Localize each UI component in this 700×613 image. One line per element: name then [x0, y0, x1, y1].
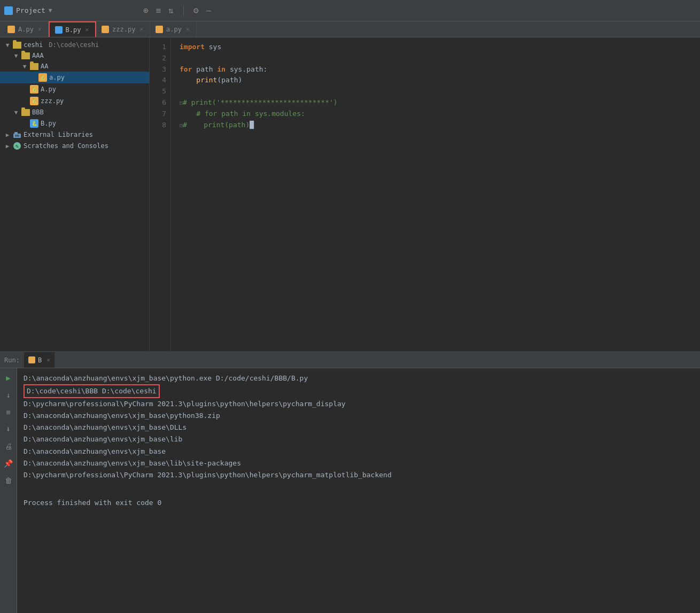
sidebar-item-ceshi[interactable]: ▼ ceshi D:\code\ceshi	[0, 40, 149, 50]
bottom-panel: Run: B ✕ ▶ ↓ ≡ ⬇ 🖨 📌 🗑 D:\anaconda\anzhu…	[0, 351, 700, 613]
ext-libraries-icon	[13, 131, 21, 138]
sidebar-item-AA[interactable]: ▼ AA	[0, 61, 149, 72]
delete-button[interactable]: 🗑	[3, 474, 14, 487]
sidebar-label-BBB: BBB	[32, 108, 44, 116]
code-content[interactable]: import sys for path in sys.path: print(p…	[171, 37, 700, 351]
folder-icon-AAA	[21, 52, 30, 59]
run-button[interactable]: ▶	[4, 371, 12, 384]
run-tab-icon-B	[28, 356, 35, 363]
list-view-button[interactable]: ≡	[4, 406, 12, 418]
run-label: Run:	[4, 356, 20, 364]
project-sidebar: ▼ ceshi D:\code\ceshi ▼ AAA ▼ AA 🐍 a.py …	[0, 37, 150, 351]
tab-zzz.py[interactable]: zzz.py ✕	[96, 21, 150, 37]
sidebar-item-a.py[interactable]: 🐍 a.py	[0, 72, 149, 83]
output-path8: D:\anaconda\anzhuang\envs\xjm_base\lib\s…	[24, 457, 694, 469]
run-tabs-bar: Run: B ✕	[0, 352, 700, 368]
main-content: ▼ ceshi D:\code\ceshi ▼ AAA ▼ AA 🐍 a.py …	[0, 37, 700, 351]
file-icon-A.py: 🐍	[30, 85, 38, 94]
expand-icon: ▼	[4, 42, 11, 49]
sidebar-item-external-libraries[interactable]: ▶ External Libraries	[0, 129, 149, 140]
tab-close-A.py[interactable]: ✕	[37, 25, 43, 34]
run-tab-close[interactable]: ✕	[46, 356, 50, 363]
sidebar-label-A.py: A.py	[41, 86, 56, 93]
file-icon-B.py: 🐍	[30, 119, 38, 128]
tab-close-a.py[interactable]: ✕	[185, 25, 191, 34]
add-icon[interactable]: ⊕	[143, 5, 149, 15]
output-path9: D:\pycharm\professional\PyCharm 2021.3\p…	[24, 469, 694, 481]
sidebar-label-B.py: B.py	[41, 120, 56, 127]
scroll-down-button[interactable]: ↓	[4, 389, 12, 401]
pin-button[interactable]: 📌	[2, 457, 15, 470]
sidebar-path-ceshi: D:\code\ceshi	[45, 41, 99, 49]
tab-icon-a.py	[155, 26, 163, 33]
code-editor[interactable]: 1 2 3 4 5 6 7 8 import sys for path in s…	[150, 37, 700, 351]
sidebar-item-scratches[interactable]: ▶ ✎ Scratches and Consoles	[0, 140, 149, 152]
sidebar-label-AA: AA	[41, 63, 48, 70]
tab-close-zzz.py[interactable]: ✕	[138, 25, 144, 34]
output-path4: D:\anaconda\anzhuang\envs\xjm_base\pytho…	[24, 410, 694, 422]
folder-icon-BBB	[21, 109, 30, 116]
bottom-main: ▶ ↓ ≡ ⬇ 🖨 📌 🗑 D:\anaconda\anzhuang\envs\…	[0, 368, 700, 613]
sidebar-item-A.py[interactable]: 🐍 A.py	[0, 83, 149, 95]
sidebar-item-AAA[interactable]: ▼ AAA	[0, 50, 149, 61]
output-path6: D:\anaconda\anzhuang\envs\xjm_base\lib	[24, 433, 694, 445]
tab-a.py[interactable]: a.py ✕	[150, 21, 197, 37]
output-path1: D:\code\ceshi\BBB D:\code\ceshi	[24, 384, 694, 398]
file-icon-a.py: 🐍	[38, 73, 47, 82]
file-icon-zzz.py: 🐍	[30, 97, 38, 105]
minimize-icon[interactable]: —	[206, 5, 212, 15]
sidebar-item-BBB[interactable]: ▼ BBB	[0, 107, 149, 118]
svg-text:✎: ✎	[15, 143, 19, 149]
scratches-icon: ✎	[13, 142, 21, 150]
tab-label-zzz.py: zzz.py	[112, 26, 135, 33]
spacer-a.py	[30, 74, 36, 81]
project-icon	[4, 6, 13, 15]
sidebar-label-scratches: Scratches and Consoles	[24, 142, 108, 150]
spacer-B.py	[21, 120, 28, 127]
tab-label-A.py: A.py	[18, 26, 34, 33]
console-output: D:\anaconda\anzhuang\envs\xjm_base\pytho…	[17, 368, 700, 613]
process-done: Process finished with exit code 0	[24, 485, 694, 509]
expand-icon-BBB: ▼	[13, 109, 19, 116]
output-cmd: D:\anaconda\anzhuang\envs\xjm_base\pytho…	[24, 373, 694, 384]
tab-label-a.py: a.py	[166, 26, 182, 33]
tab-icon-A.py	[7, 26, 15, 33]
expand-icon-AA: ▼	[21, 63, 28, 70]
sidebar-item-zzz.py[interactable]: 🐍 zzz.py	[0, 95, 149, 107]
spacer-zzz.py	[21, 98, 28, 105]
svg-rect-1	[14, 132, 18, 134]
sidebar-label-external-libraries: External Libraries	[24, 131, 93, 138]
sidebar-item-B.py[interactable]: 🐍 B.py	[0, 118, 149, 129]
project-dropdown-arrow[interactable]: ▼	[49, 7, 52, 14]
line-numbers: 1 2 3 4 5 6 7 8	[150, 37, 171, 351]
settings-icon[interactable]: ⚙	[193, 5, 199, 15]
top-bar: Project ▼ ⊕ ≡ ⇅ ⚙ —	[0, 0, 700, 21]
output-path7: D:\anaconda\anzhuang\envs\xjm_base	[24, 446, 694, 457]
output-path3: D:\pycharm\professional\PyCharm 2021.3\p…	[24, 398, 694, 410]
separator	[183, 5, 184, 16]
expand-icon-scratches: ▶	[4, 143, 11, 150]
expand-icon-ext: ▶	[4, 131, 11, 138]
tab-close-B.py[interactable]: ✕	[84, 25, 90, 34]
sort-icon[interactable]: ⇅	[168, 5, 174, 15]
expand-icon-AAA: ▼	[13, 52, 19, 59]
tab-label-B.py: B.py	[66, 26, 81, 34]
list-icon[interactable]: ≡	[156, 5, 161, 15]
run-tab-label-B: B	[38, 356, 42, 364]
tab-B.py[interactable]: B.py ✕	[49, 21, 97, 37]
sidebar-label-ceshi: ceshi	[24, 41, 43, 49]
tab-icon-zzz.py	[102, 26, 109, 33]
top-bar-left: Project ▼	[4, 6, 111, 15]
sidebar-label-a.py: a.py	[49, 74, 65, 81]
project-title[interactable]: Project	[16, 6, 45, 14]
svg-rect-0	[13, 134, 21, 138]
top-bar-icons: ⊕ ≡ ⇅ ⚙ —	[143, 5, 211, 16]
import-button[interactable]: ⬇	[4, 423, 12, 436]
spacer-A.py	[21, 86, 28, 93]
output-path5: D:\anaconda\anzhuang\envs\xjm_base\DLLs	[24, 422, 694, 433]
run-tab-B[interactable]: B ✕	[24, 352, 55, 368]
folder-icon-AA	[30, 63, 38, 70]
tab-A.py[interactable]: A.py ✕	[2, 21, 49, 37]
print-button[interactable]: 🖨	[3, 440, 14, 453]
bottom-sidebar: ▶ ↓ ≡ ⬇ 🖨 📌 🗑	[0, 368, 17, 613]
